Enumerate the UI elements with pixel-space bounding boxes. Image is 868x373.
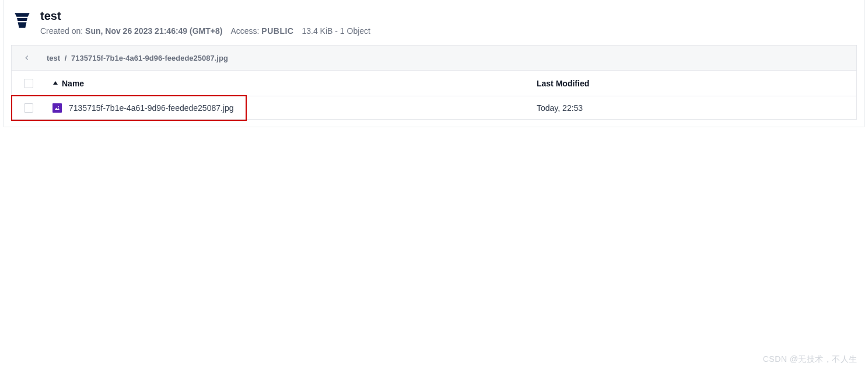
- file-table: Name Last Modified: [11, 71, 857, 120]
- bucket-header-info: test Created on: Sun, Nov 26 2023 21:46:…: [40, 9, 370, 36]
- svg-point-0: [58, 106, 59, 107]
- column-name-label: Name: [62, 79, 84, 88]
- breadcrumb-separator: /: [65, 54, 67, 62]
- breadcrumb-root[interactable]: test: [47, 54, 60, 62]
- breadcrumb-bar: test / 7135715f-7b1e-4a61-9d96-feedede25…: [11, 45, 857, 71]
- row-checkbox-cell: [12, 103, 46, 113]
- created-on-value: Sun, Nov 26 2023 21:46:49 (GMT+8): [85, 26, 222, 36]
- file-modified: Today, 22:53: [537, 103, 583, 113]
- select-all-checkbox[interactable]: [24, 79, 33, 88]
- row-checkbox[interactable]: [24, 103, 33, 113]
- chevron-left-icon: [23, 54, 31, 62]
- column-header-modified[interactable]: Last Modified: [530, 79, 856, 88]
- sort-asc-icon: [52, 81, 58, 86]
- header-checkbox-cell: [12, 79, 46, 88]
- file-modified-cell: Today, 22:53: [530, 103, 856, 113]
- image-file-icon: [52, 103, 62, 113]
- breadcrumb-current: 7135715f-7b1e-4a61-9d96-feedede25087.jpg: [71, 54, 228, 62]
- bucket-icon: [12, 11, 32, 30]
- access-value: PUBLIC: [261, 26, 293, 36]
- access-label: Access:: [230, 26, 259, 36]
- bucket-title: test: [40, 9, 370, 23]
- column-modified-label: Last Modified: [537, 79, 589, 88]
- access-info: Access: PUBLIC: [230, 26, 293, 36]
- created-on-label: Created on:: [40, 26, 83, 36]
- file-name: 7135715f-7b1e-4a61-9d96-feedede25087.jpg: [69, 103, 234, 113]
- back-button[interactable]: [18, 48, 36, 67]
- bucket-meta: Created on: Sun, Nov 26 2023 21:46:49 (G…: [40, 26, 370, 36]
- bucket-header: test Created on: Sun, Nov 26 2023 21:46:…: [4, 0, 864, 45]
- file-name-cell[interactable]: 7135715f-7b1e-4a61-9d96-feedede25087.jpg: [46, 103, 530, 113]
- created-on: Created on: Sun, Nov 26 2023 21:46:49 (G…: [40, 26, 222, 36]
- breadcrumb: test / 7135715f-7b1e-4a61-9d96-feedede25…: [47, 54, 228, 62]
- column-header-name[interactable]: Name: [46, 79, 530, 88]
- table-header: Name Last Modified: [12, 71, 856, 96]
- bucket-stats: 13.4 KiB - 1 Object: [302, 26, 370, 36]
- table-row[interactable]: 7135715f-7b1e-4a61-9d96-feedede25087.jpg…: [12, 96, 856, 120]
